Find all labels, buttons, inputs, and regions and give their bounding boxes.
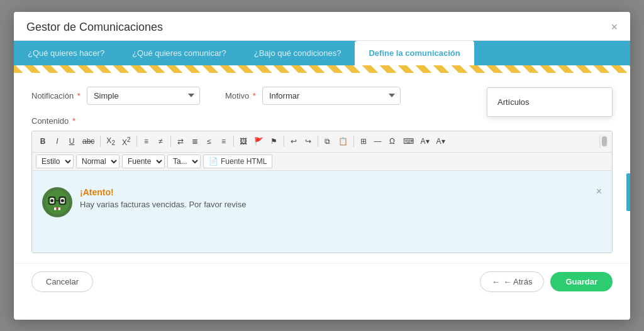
format-select[interactable]: Normal [76, 155, 119, 168]
modal: Gestor de Comunicaciones × ¿Qué quieres … [14, 12, 630, 320]
scrollbar-thumb [602, 136, 607, 146]
ol-button[interactable]: ≡ [140, 134, 153, 149]
redo-button[interactable]: ↪ [301, 134, 315, 149]
svg-rect-9 [58, 208, 60, 210]
toolbar-sep-5 [284, 136, 284, 147]
motivo-label: Motivo * [225, 91, 256, 100]
modal-overlay: Gestor de Comunicaciones × ¿Qué quieres … [0, 0, 644, 331]
symbol-button[interactable]: ⌨ [400, 134, 417, 149]
ul-button[interactable]: ≠ [154, 134, 168, 149]
tab-define[interactable]: Define la comunicación [355, 41, 474, 65]
align-left-button[interactable]: ⇄ [174, 134, 187, 149]
alert-content: ¡Atento! Hay varias facturas vencidas. P… [80, 187, 602, 209]
monster-svg [45, 190, 70, 215]
nav-tabs: ¿Qué quieres hacer? ¿Qué quieres comunic… [14, 41, 630, 65]
warning-stripe [14, 65, 630, 73]
notificacion-group: Notificación * Simple Avanzada [31, 87, 200, 105]
editor-container: B I U abc X2 X2 ≡ ≠ ⇄ ≣ ≤ ≡ 🖼 [31, 131, 613, 254]
toolbar-sep-2 [136, 136, 137, 147]
contenido-label: Contenido * [31, 116, 613, 126]
toolbar-sep-4 [233, 136, 234, 147]
toolbar-sep-6 [318, 136, 318, 147]
color-button[interactable]: A▾ [418, 134, 433, 149]
editor-toolbar-row2: Estilo Normal Fuente Ta... 📄 Fuente HTML [32, 153, 612, 171]
insert-link-button[interactable]: 🚩 [251, 134, 267, 149]
doc-icon: 📄 [209, 157, 218, 166]
editor-toolbar-row1: B I U abc X2 X2 ≡ ≠ ⇄ ≣ ≤ ≡ 🖼 [32, 131, 612, 153]
dropdown-item-articulos[interactable]: Artículos [487, 93, 612, 111]
subscript-button[interactable]: X2 [103, 134, 118, 149]
italic-button[interactable]: I [50, 134, 64, 149]
tab-bajo-que[interactable]: ¿Bajo qué condiciones? [240, 41, 355, 65]
alert-box: ¡Atento! Hay varias facturas vencidas. P… [42, 181, 602, 224]
notificacion-select[interactable]: Simple Avanzada [87, 87, 200, 105]
modal-close-button[interactable]: × [611, 21, 618, 33]
back-button[interactable]: ← ← Atrás [480, 271, 544, 292]
strikethrough-button[interactable]: abc [79, 134, 97, 149]
align-justify-button[interactable]: ≡ [217, 134, 231, 149]
style-select[interactable]: Estilo [36, 155, 74, 168]
save-button[interactable]: Guardar [550, 272, 613, 291]
modal-header: Gestor de Comunicaciones × [14, 12, 630, 41]
tab-que-hacer[interactable]: ¿Qué quieres hacer? [14, 41, 118, 65]
editor-area[interactable]: ¡Atento! Hay varias facturas vencidas. P… [32, 171, 612, 252]
notificacion-label: Notificación * [31, 91, 80, 100]
insert-anchor-button[interactable]: ⚑ [267, 134, 281, 149]
copy-button[interactable]: ⧉ [321, 134, 335, 149]
alert-text: Hay varias facturas vencidas. Por favor … [80, 200, 602, 209]
alert-title: ¡Atento! [80, 187, 602, 197]
svg-rect-8 [54, 208, 56, 210]
back-arrow-icon: ← [492, 277, 500, 286]
undo-button[interactable]: ↩ [287, 134, 301, 149]
insert-img-button[interactable]: 🖼 [236, 134, 250, 149]
size-select[interactable]: Ta... [167, 155, 201, 168]
dropdown-hint: Artículos [487, 87, 613, 117]
svg-point-3 [50, 199, 53, 202]
underline-button[interactable]: U [65, 134, 79, 149]
alert-close-button[interactable]: × [596, 186, 602, 197]
insert-table-button[interactable]: ⊞ [357, 134, 370, 149]
align-right-button[interactable]: ≤ [203, 134, 216, 149]
align-center-button[interactable]: ≣ [188, 134, 202, 149]
editor-scrollbar[interactable] [599, 135, 608, 148]
tab-que-comunicar[interactable]: ¿Qué quieres comunicar? [118, 41, 240, 65]
toolbar-sep-1 [100, 136, 101, 147]
toolbar-sep-7 [353, 136, 354, 147]
toolbar-sep-3 [170, 136, 171, 147]
modal-title: Gestor de Comunicaciones [26, 21, 163, 34]
modal-footer: Cancelar ← ← Atrás Guardar [14, 263, 630, 300]
insert-hr-button[interactable]: — [371, 134, 385, 149]
right-edge-bar [626, 173, 630, 211]
monster-icon [42, 187, 72, 217]
motivo-select[interactable]: Informar Advertir Error [262, 87, 401, 105]
fuente-html-button[interactable]: 📄 Fuente HTML [203, 155, 272, 168]
back-label: ← Atrás [503, 277, 532, 286]
font-select[interactable]: Fuente [122, 155, 165, 168]
font-color-button[interactable]: A▾ [433, 134, 448, 149]
svg-point-4 [61, 199, 64, 202]
paste-button[interactable]: 📋 [335, 134, 351, 149]
footer-right: ← ← Atrás Guardar [480, 271, 613, 292]
cancel-button[interactable]: Cancelar [31, 271, 93, 292]
special-char-button[interactable]: Ω [386, 134, 399, 149]
motivo-group: Motivo * Informar Advertir Error [225, 87, 401, 105]
bold-button[interactable]: B [36, 134, 50, 149]
superscript-button[interactable]: X2 [119, 134, 134, 150]
